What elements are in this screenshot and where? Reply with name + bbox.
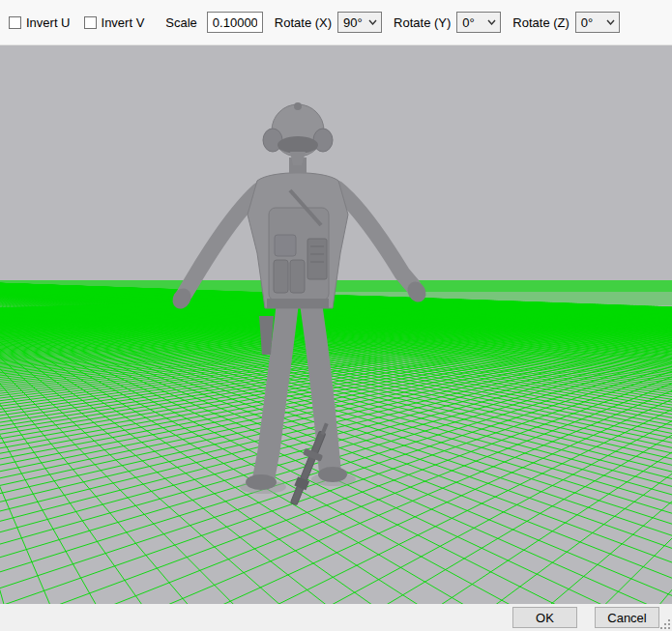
rotate-z-dropdown[interactable]: 0° bbox=[575, 12, 620, 33]
model-viewport[interactable] bbox=[0, 45, 672, 604]
radio-panel bbox=[307, 239, 327, 279]
rotate-x-value: 90° bbox=[343, 15, 363, 30]
rotate-y-value: 0° bbox=[462, 15, 474, 30]
left-arm bbox=[185, 190, 259, 294]
invert-v-checkbox[interactable] bbox=[84, 16, 97, 29]
chevron-down-icon bbox=[487, 19, 496, 25]
dialog-footer: OK Cancel bbox=[0, 604, 672, 631]
right-boot bbox=[318, 467, 347, 482]
right-arm bbox=[336, 188, 413, 286]
chevron-down-icon bbox=[368, 19, 377, 25]
character-model bbox=[0, 45, 672, 604]
rotate-x-dropdown[interactable]: 90° bbox=[337, 12, 382, 33]
rotate-z-label: Rotate (Z) bbox=[512, 15, 570, 30]
vest-pouch bbox=[274, 260, 288, 293]
scale-input[interactable] bbox=[207, 12, 263, 33]
invert-u-label: Invert U bbox=[26, 15, 71, 30]
visor bbox=[278, 136, 318, 154]
resize-grip[interactable] bbox=[660, 619, 671, 630]
invert-v-checkbox-group[interactable]: Invert V bbox=[84, 15, 145, 30]
invert-u-checkbox[interactable] bbox=[9, 16, 21, 29]
ok-button[interactable]: OK bbox=[512, 607, 577, 628]
left-boot bbox=[246, 474, 277, 490]
chevron-down-icon bbox=[606, 19, 615, 25]
rotate-z-value: 0° bbox=[581, 15, 593, 30]
belt bbox=[267, 299, 329, 308]
chest-pouch bbox=[275, 235, 296, 256]
rotate-x-label: Rotate (X) bbox=[275, 15, 332, 30]
vest-pouch bbox=[290, 260, 305, 293]
toolbar: Invert U Invert V Scale Rotate (X) 90° R… bbox=[0, 0, 672, 45]
import-preview-dialog: { "toolbar": { "invert_u": { "label": "I… bbox=[0, 0, 672, 631]
scale-label: Scale bbox=[165, 15, 197, 30]
helmet-mount bbox=[294, 102, 302, 110]
rotate-y-label: Rotate (Y) bbox=[394, 15, 451, 30]
invert-u-checkbox-group[interactable]: Invert U bbox=[9, 15, 71, 30]
invert-v-label: Invert V bbox=[102, 15, 145, 30]
cancel-button[interactable]: Cancel bbox=[595, 607, 659, 628]
rotate-y-dropdown[interactable]: 0° bbox=[456, 12, 501, 33]
